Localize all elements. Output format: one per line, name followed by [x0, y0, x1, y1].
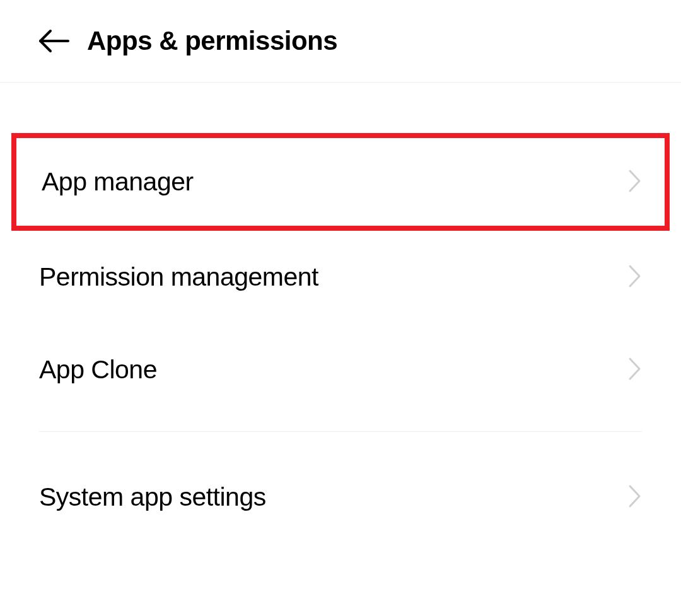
chevron-right-icon	[628, 357, 642, 383]
back-arrow-icon[interactable]	[38, 25, 69, 57]
highlighted-box: App manager	[11, 133, 670, 231]
chevron-right-icon	[628, 169, 642, 195]
list-item-label: App Clone	[39, 355, 157, 385]
list-item-app-clone[interactable]: App Clone	[0, 323, 681, 416]
list-item-label: Permission management	[39, 262, 318, 292]
chevron-right-icon	[628, 264, 642, 291]
list-item-label: System app settings	[39, 482, 266, 512]
header: Apps & permissions	[0, 0, 681, 83]
list-item-permission-management[interactable]: Permission management	[0, 231, 681, 323]
list-item-label: App manager	[42, 167, 194, 197]
spacer	[0, 83, 681, 133]
section-divider	[39, 431, 642, 432]
list-item-app-manager[interactable]: App manager	[16, 138, 665, 226]
page-title: Apps & permissions	[87, 26, 337, 56]
list-item-system-app-settings[interactable]: System app settings	[0, 451, 681, 543]
chevron-right-icon	[628, 484, 642, 511]
